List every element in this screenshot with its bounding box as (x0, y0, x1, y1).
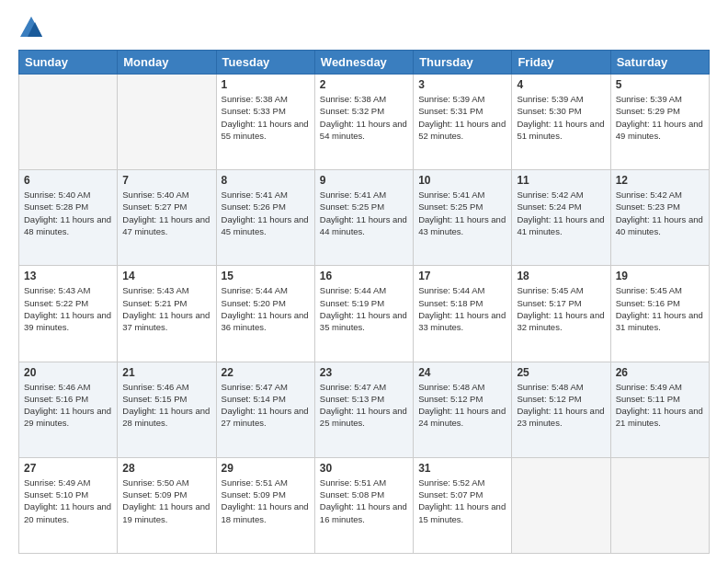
day-number: 21 (122, 366, 210, 379)
day-info: Sunrise: 5:48 AMSunset: 5:12 PMDaylight:… (418, 381, 506, 430)
calendar-day-cell (118, 75, 216, 170)
weekday-header-tuesday: Tuesday (216, 51, 314, 75)
day-number: 24 (418, 366, 506, 379)
day-info: Sunrise: 5:44 AMSunset: 5:19 PMDaylight:… (320, 284, 408, 333)
day-number: 28 (122, 462, 210, 475)
calendar-day-cell: 4Sunrise: 5:39 AMSunset: 5:30 PMDaylight… (512, 75, 610, 170)
day-info: Sunrise: 5:47 AMSunset: 5:13 PMDaylight:… (320, 381, 408, 430)
day-number: 7 (122, 174, 210, 187)
day-info: Sunrise: 5:44 AMSunset: 5:20 PMDaylight:… (222, 284, 310, 333)
day-number: 18 (517, 270, 605, 282)
calendar-day-cell: 28Sunrise: 5:50 AMSunset: 5:09 PMDayligh… (118, 457, 216, 553)
day-info: Sunrise: 5:44 AMSunset: 5:18 PMDaylight:… (418, 284, 506, 333)
calendar-day-cell: 31Sunrise: 5:52 AMSunset: 5:07 PMDayligh… (414, 457, 512, 553)
day-number: 1 (222, 78, 310, 91)
day-info: Sunrise: 5:40 AMSunset: 5:28 PMDaylight:… (24, 189, 112, 237)
day-info: Sunrise: 5:39 AMSunset: 5:30 PMDaylight:… (517, 93, 605, 142)
calendar-day-cell: 26Sunrise: 5:49 AMSunset: 5:11 PMDayligh… (610, 362, 709, 457)
calendar-day-cell: 10Sunrise: 5:41 AMSunset: 5:25 PMDayligh… (414, 170, 512, 266)
calendar-day-cell: 2Sunrise: 5:38 AMSunset: 5:32 PMDaylight… (314, 75, 413, 170)
day-info: Sunrise: 5:51 AMSunset: 5:09 PMDaylight:… (222, 477, 310, 525)
day-number: 4 (517, 78, 605, 91)
weekday-header-friday: Friday (512, 51, 610, 75)
day-info: Sunrise: 5:39 AMSunset: 5:29 PMDaylight:… (616, 93, 704, 142)
day-info: Sunrise: 5:41 AMSunset: 5:26 PMDaylight:… (222, 189, 310, 237)
calendar-day-cell: 19Sunrise: 5:45 AMSunset: 5:16 PMDayligh… (610, 266, 709, 362)
day-number: 3 (418, 78, 506, 91)
day-info: Sunrise: 5:50 AMSunset: 5:09 PMDaylight:… (122, 477, 210, 525)
calendar-day-cell: 14Sunrise: 5:43 AMSunset: 5:21 PMDayligh… (118, 266, 216, 362)
calendar-day-cell (512, 457, 610, 553)
day-info: Sunrise: 5:52 AMSunset: 5:07 PMDaylight:… (418, 477, 506, 525)
day-number: 22 (222, 366, 310, 379)
calendar-week-row: 1Sunrise: 5:38 AMSunset: 5:33 PMDaylight… (19, 75, 710, 170)
weekday-header-saturday: Saturday (610, 51, 709, 75)
logo-icon (18, 15, 44, 40)
calendar-day-cell: 25Sunrise: 5:48 AMSunset: 5:12 PMDayligh… (512, 362, 610, 457)
calendar-week-row: 27Sunrise: 5:49 AMSunset: 5:10 PMDayligh… (19, 457, 710, 553)
day-number: 17 (418, 270, 506, 282)
weekday-header-wednesday: Wednesday (314, 51, 413, 75)
calendar-week-row: 13Sunrise: 5:43 AMSunset: 5:22 PMDayligh… (19, 266, 710, 362)
day-number: 15 (222, 270, 310, 282)
calendar-day-cell: 7Sunrise: 5:40 AMSunset: 5:27 PMDaylight… (118, 170, 216, 266)
day-number: 30 (320, 462, 408, 475)
day-number: 12 (616, 174, 704, 187)
header (18, 15, 710, 40)
day-info: Sunrise: 5:43 AMSunset: 5:21 PMDaylight:… (122, 284, 210, 333)
day-info: Sunrise: 5:38 AMSunset: 5:33 PMDaylight:… (222, 93, 310, 142)
day-info: Sunrise: 5:41 AMSunset: 5:25 PMDaylight:… (320, 189, 408, 237)
day-info: Sunrise: 5:49 AMSunset: 5:10 PMDaylight:… (24, 477, 112, 525)
calendar-day-cell (19, 75, 118, 170)
calendar-day-cell: 8Sunrise: 5:41 AMSunset: 5:26 PMDaylight… (216, 170, 314, 266)
calendar-day-cell: 18Sunrise: 5:45 AMSunset: 5:17 PMDayligh… (512, 266, 610, 362)
day-info: Sunrise: 5:42 AMSunset: 5:24 PMDaylight:… (517, 189, 605, 237)
calendar-day-cell: 23Sunrise: 5:47 AMSunset: 5:13 PMDayligh… (314, 362, 413, 457)
calendar-day-cell: 17Sunrise: 5:44 AMSunset: 5:18 PMDayligh… (414, 266, 512, 362)
day-info: Sunrise: 5:51 AMSunset: 5:08 PMDaylight:… (320, 477, 408, 525)
calendar-day-cell: 9Sunrise: 5:41 AMSunset: 5:25 PMDaylight… (314, 170, 413, 266)
calendar-day-cell: 11Sunrise: 5:42 AMSunset: 5:24 PMDayligh… (512, 170, 610, 266)
calendar-day-cell: 6Sunrise: 5:40 AMSunset: 5:28 PMDaylight… (19, 170, 118, 266)
day-info: Sunrise: 5:45 AMSunset: 5:17 PMDaylight:… (517, 284, 605, 333)
day-info: Sunrise: 5:42 AMSunset: 5:23 PMDaylight:… (616, 189, 704, 237)
calendar-day-cell (610, 457, 709, 553)
calendar-table: SundayMondayTuesdayWednesdayThursdayFrid… (18, 50, 710, 554)
day-number: 9 (320, 174, 408, 187)
day-number: 31 (418, 462, 506, 475)
calendar-day-cell: 16Sunrise: 5:44 AMSunset: 5:19 PMDayligh… (314, 266, 413, 362)
calendar-day-cell: 13Sunrise: 5:43 AMSunset: 5:22 PMDayligh… (19, 266, 118, 362)
day-number: 14 (122, 270, 210, 282)
day-info: Sunrise: 5:46 AMSunset: 5:16 PMDaylight:… (24, 381, 112, 430)
calendar-day-cell: 30Sunrise: 5:51 AMSunset: 5:08 PMDayligh… (314, 457, 413, 553)
day-info: Sunrise: 5:49 AMSunset: 5:11 PMDaylight:… (616, 381, 704, 430)
day-number: 27 (24, 462, 112, 475)
day-number: 5 (616, 78, 704, 91)
day-info: Sunrise: 5:45 AMSunset: 5:16 PMDaylight:… (616, 284, 704, 333)
day-number: 26 (616, 366, 704, 379)
weekday-header-thursday: Thursday (414, 51, 512, 75)
day-info: Sunrise: 5:39 AMSunset: 5:31 PMDaylight:… (418, 93, 506, 142)
day-number: 6 (24, 174, 112, 187)
page: SundayMondayTuesdayWednesdayThursdayFrid… (0, 0, 728, 563)
day-number: 25 (517, 366, 605, 379)
day-info: Sunrise: 5:43 AMSunset: 5:22 PMDaylight:… (24, 284, 112, 333)
calendar-day-cell: 27Sunrise: 5:49 AMSunset: 5:10 PMDayligh… (19, 457, 118, 553)
day-info: Sunrise: 5:41 AMSunset: 5:25 PMDaylight:… (418, 189, 506, 237)
day-info: Sunrise: 5:48 AMSunset: 5:12 PMDaylight:… (517, 381, 605, 430)
day-info: Sunrise: 5:38 AMSunset: 5:32 PMDaylight:… (320, 93, 408, 142)
day-number: 19 (616, 270, 704, 282)
weekday-header-sunday: Sunday (19, 51, 118, 75)
day-number: 20 (24, 366, 112, 379)
day-number: 23 (320, 366, 408, 379)
calendar-day-cell: 29Sunrise: 5:51 AMSunset: 5:09 PMDayligh… (216, 457, 314, 553)
day-info: Sunrise: 5:40 AMSunset: 5:27 PMDaylight:… (122, 189, 210, 237)
logo (18, 15, 46, 40)
calendar-week-row: 20Sunrise: 5:46 AMSunset: 5:16 PMDayligh… (19, 362, 710, 457)
calendar-day-cell: 12Sunrise: 5:42 AMSunset: 5:23 PMDayligh… (610, 170, 709, 266)
day-number: 8 (222, 174, 310, 187)
calendar-day-cell: 1Sunrise: 5:38 AMSunset: 5:33 PMDaylight… (216, 75, 314, 170)
calendar-day-cell: 3Sunrise: 5:39 AMSunset: 5:31 PMDaylight… (414, 75, 512, 170)
calendar-week-row: 6Sunrise: 5:40 AMSunset: 5:28 PMDaylight… (19, 170, 710, 266)
calendar-day-cell: 24Sunrise: 5:48 AMSunset: 5:12 PMDayligh… (414, 362, 512, 457)
